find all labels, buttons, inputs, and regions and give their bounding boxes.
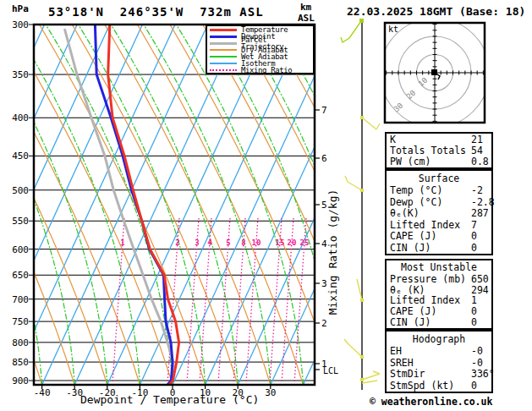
table-row-label: K: [387, 134, 396, 145]
table-row: StmSpd (kt)0: [387, 381, 491, 391]
table-row: CIN (J)0: [387, 317, 491, 327]
wet-adiabat-line: [274, 25, 401, 385]
table-row-value: 54: [471, 145, 483, 156]
mixing-ratio-line: [218, 218, 230, 383]
wind-barb-icon: [345, 176, 362, 190]
table-row: PW (cm)0.8: [387, 156, 491, 167]
table-row-label: CIN (J): [387, 317, 431, 327]
wind-barb-column: [341, 19, 380, 390]
table-row-label: CIN (J): [387, 243, 431, 253]
table-row-value: -0: [471, 358, 483, 368]
table-row-label: CAPE (J): [387, 231, 436, 241]
table-row: CAPE (J)0: [387, 231, 491, 241]
table-row: CAPE (J)0: [387, 306, 491, 316]
table-row: CIN (J)0: [387, 243, 491, 253]
legend-swatch-icon: [210, 49, 237, 51]
table-row-label: Lifted Index: [387, 295, 460, 305]
wind-barb-icon: [341, 21, 361, 42]
table-row-label: PW (cm): [387, 156, 431, 167]
legend-swatch-icon: [210, 63, 237, 64]
legend-swatch-icon: [210, 42, 237, 45]
isotherm-line: [0, 25, 110, 385]
table-row-value: 21: [471, 134, 483, 145]
table-row-value: 0: [471, 381, 477, 391]
isotherm-line: [42, 25, 208, 385]
isotherm-line: [173, 25, 338, 385]
wind-barb-icon: [362, 371, 380, 383]
dry-adiabat-line: [0, 25, 9, 385]
table-row: StmDir336°: [387, 369, 491, 379]
table-title: Most Unstable: [387, 261, 491, 273]
table-row-label: StmSpd (kt): [387, 381, 454, 391]
table-row-label: StmDir: [387, 369, 425, 379]
table-row-value: 1: [471, 295, 477, 305]
table-title: Hodograph: [387, 333, 491, 345]
isotherm-line: [206, 25, 371, 385]
table-row: Totals Totals54: [387, 145, 491, 156]
table-row: θₑ(K)287: [387, 208, 491, 218]
table-row: Temp (°C)-2: [387, 185, 491, 195]
table-row-label: θₑ (K): [387, 285, 425, 295]
wind-barb-icon: [344, 339, 362, 357]
table-row-label: Dewp (°C): [387, 197, 442, 207]
table-row-label: Lifted Index: [387, 220, 460, 230]
isotherm-line: [238, 25, 403, 385]
dry-adiabat-line: [0, 25, 107, 385]
mixing-ratio-line: [112, 218, 124, 383]
isotherm-line: [107, 25, 273, 385]
legend-swatch-icon: [210, 29, 237, 31]
table-row-label: θₑ(K): [387, 208, 420, 218]
table-row-value: 287: [471, 208, 489, 218]
table-row-label: Pressure (mb): [387, 274, 466, 284]
table-row-value: -2: [471, 185, 483, 195]
isotherm-line: [74, 25, 240, 385]
table-row-value: 650: [471, 274, 489, 284]
table-row-value: 336°: [471, 369, 495, 379]
indices-table: SurfaceTemp (°C)-2Dewp (°C)-2.8θₑ(K)287L…: [385, 169, 493, 255]
table-row: Dewp (°C)-2.8: [387, 197, 491, 207]
table-row: θₑ (K)294: [387, 285, 491, 295]
table-row-value: 0: [471, 317, 477, 327]
hodograph-plot: [381, 19, 490, 128]
mixing-ratio-line: [270, 218, 282, 383]
isotherm-line: [0, 25, 77, 385]
table-row-label: CAPE (J): [387, 306, 436, 316]
table-row: Pressure (mb)650: [387, 274, 491, 284]
table-row-value: -0: [471, 346, 483, 356]
table-row-label: Temp (°C): [387, 185, 442, 195]
legend-item: Mixing Ratio: [210, 67, 313, 74]
table-row: Lifted Index7: [387, 220, 491, 230]
legend-swatch-icon: [210, 36, 237, 38]
legend-swatch-icon: [210, 69, 237, 71]
table-row-value: -2.8: [471, 197, 495, 207]
table-row-value: 294: [471, 285, 489, 295]
table-row: K21: [387, 134, 491, 145]
table-row-label: EH: [387, 346, 402, 356]
table-row-value: 0.8: [471, 156, 489, 167]
table-row: Lifted Index1: [387, 295, 491, 305]
wet-adiabat-line: [0, 25, 107, 385]
table-row-label: SREH: [387, 358, 414, 368]
indices-table: HodographEH-0SREH-0StmDir336°StmSpd (kt)…: [385, 330, 493, 393]
wind-barb-icon: [362, 118, 380, 129]
table-row-value: 7: [471, 220, 477, 230]
table-row-value: 0: [471, 231, 477, 241]
isotherm-line: [0, 25, 12, 385]
legend-swatch-icon: [210, 56, 237, 58]
table-row: SREH-0: [387, 358, 491, 368]
isotherm-line: [0, 25, 142, 385]
indices-table: K21Totals Totals54PW (cm)0.8: [385, 132, 493, 169]
table-row: EH-0: [387, 346, 491, 356]
chart-legend: TemperatureDewpointParcel TrajectoryDry …: [206, 25, 315, 74]
table-row-value: 0: [471, 243, 477, 253]
wind-barb-icon: [357, 279, 362, 300]
mixing-ratio-line: [246, 218, 258, 383]
indices-table: Most UnstablePressure (mb)650θₑ (K)294Li…: [385, 259, 493, 330]
skewt-sounding-app: hPa 53°18'N 246°35'W 732m ASL km ASL 22.…: [0, 0, 532, 411]
table-row-label: Totals Totals: [387, 145, 466, 156]
legend-label: Mixing Ratio: [241, 67, 292, 74]
wet-adiabat-line: [0, 25, 9, 385]
table-row-value: 0: [471, 306, 477, 316]
table-title: Surface: [387, 173, 491, 184]
